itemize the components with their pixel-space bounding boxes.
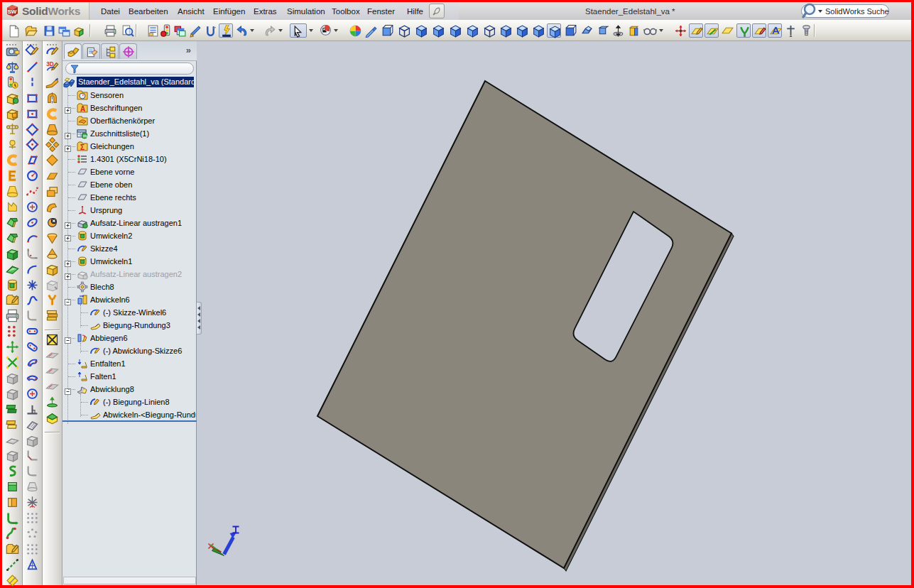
svg-text:SW: SW: [8, 9, 17, 15]
svg-text:A: A: [80, 105, 85, 113]
svg-text:Σ: Σ: [80, 143, 85, 151]
svg-text:PM: PM: [83, 134, 88, 138]
